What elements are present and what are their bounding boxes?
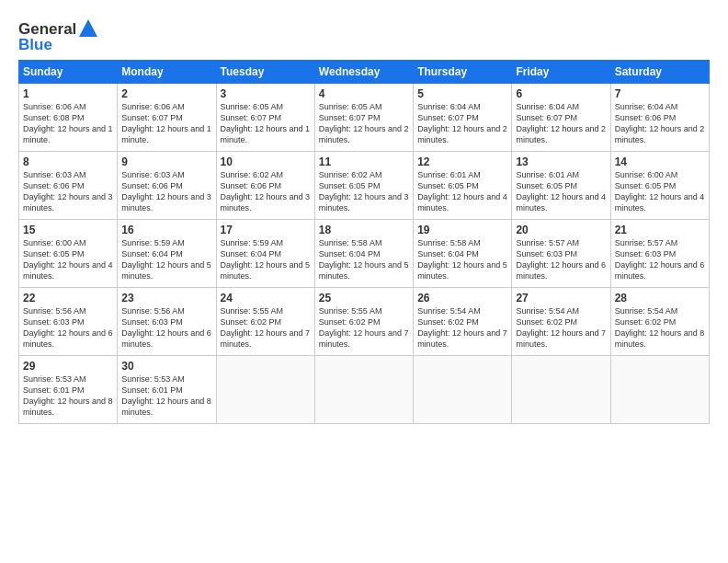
week-row-5: 29Sunrise: 5:53 AMSunset: 6:01 PMDayligh…	[19, 356, 710, 424]
day-info: Sunrise: 6:00 AMSunset: 6:05 PMDaylight:…	[615, 169, 705, 214]
day-number: 19	[417, 224, 507, 236]
day-info: Sunrise: 5:57 AMSunset: 6:03 PMDaylight:…	[516, 237, 606, 282]
day-info: Sunrise: 6:04 AMSunset: 6:07 PMDaylight:…	[417, 101, 507, 146]
day-info: Sunrise: 5:56 AMSunset: 6:03 PMDaylight:…	[23, 305, 113, 350]
day-number: 24	[221, 292, 311, 304]
calendar-cell: 4Sunrise: 6:05 AMSunset: 6:07 PMDaylight…	[314, 84, 413, 152]
day-info: Sunrise: 5:55 AMSunset: 6:02 PMDaylight:…	[319, 305, 409, 350]
day-info: Sunrise: 5:58 AMSunset: 6:04 PMDaylight:…	[319, 237, 409, 282]
day-info: Sunrise: 6:04 AMSunset: 6:06 PMDaylight:…	[615, 101, 705, 146]
calendar-cell: 24Sunrise: 5:55 AMSunset: 6:02 PMDayligh…	[216, 288, 314, 356]
calendar-cell	[512, 356, 610, 424]
day-info: Sunrise: 6:03 AMSunset: 6:06 PMDaylight:…	[23, 169, 113, 214]
calendar-cell: 13Sunrise: 6:01 AMSunset: 6:05 PMDayligh…	[512, 152, 610, 220]
day-number: 26	[417, 292, 507, 304]
calendar-cell: 7Sunrise: 6:04 AMSunset: 6:06 PMDaylight…	[610, 84, 709, 152]
day-info: Sunrise: 6:01 AMSunset: 6:05 PMDaylight:…	[417, 169, 507, 214]
calendar-cell: 25Sunrise: 5:55 AMSunset: 6:02 PMDayligh…	[314, 288, 413, 356]
calendar-cell: 9Sunrise: 6:03 AMSunset: 6:06 PMDaylight…	[118, 152, 216, 220]
header: General Blue	[18, 15, 710, 52]
calendar-cell: 30Sunrise: 5:53 AMSunset: 6:01 PMDayligh…	[118, 356, 216, 424]
day-info: Sunrise: 5:56 AMSunset: 6:03 PMDaylight:…	[121, 305, 211, 350]
day-number: 3	[221, 87, 311, 100]
calendar-cell: 28Sunrise: 5:54 AMSunset: 6:02 PMDayligh…	[610, 288, 709, 356]
calendar-cell: 26Sunrise: 5:54 AMSunset: 6:02 PMDayligh…	[414, 288, 512, 356]
weekday-header-thursday: Thursday	[414, 61, 512, 84]
day-number: 11	[319, 155, 409, 168]
logo: General Blue	[18, 18, 98, 52]
day-info: Sunrise: 5:54 AMSunset: 6:02 PMDaylight:…	[516, 305, 606, 350]
calendar-cell: 12Sunrise: 6:01 AMSunset: 6:05 PMDayligh…	[414, 152, 512, 220]
calendar-cell: 14Sunrise: 6:00 AMSunset: 6:05 PMDayligh…	[610, 152, 709, 220]
day-info: Sunrise: 5:54 AMSunset: 6:02 PMDaylight:…	[615, 305, 705, 350]
day-number: 17	[221, 224, 311, 236]
calendar-cell: 18Sunrise: 5:58 AMSunset: 6:04 PMDayligh…	[314, 220, 413, 288]
day-number: 23	[121, 292, 211, 304]
calendar-cell: 10Sunrise: 6:02 AMSunset: 6:06 PMDayligh…	[216, 152, 314, 220]
day-number: 5	[417, 87, 507, 100]
day-info: Sunrise: 6:06 AMSunset: 6:07 PMDaylight:…	[121, 101, 211, 146]
day-info: Sunrise: 5:53 AMSunset: 6:01 PMDaylight:…	[23, 373, 113, 419]
day-info: Sunrise: 5:59 AMSunset: 6:04 PMDaylight:…	[121, 237, 211, 282]
week-row-4: 22Sunrise: 5:56 AMSunset: 6:03 PMDayligh…	[19, 288, 710, 356]
day-number: 9	[121, 155, 211, 168]
day-info: Sunrise: 6:02 AMSunset: 6:05 PMDaylight:…	[319, 169, 409, 214]
weekday-header-row: SundayMondayTuesdayWednesdayThursdayFrid…	[19, 61, 710, 84]
calendar-table: SundayMondayTuesdayWednesdayThursdayFrid…	[18, 60, 710, 424]
day-info: Sunrise: 5:59 AMSunset: 6:04 PMDaylight:…	[221, 237, 311, 282]
day-number: 28	[615, 292, 705, 304]
weekday-header-friday: Friday	[512, 61, 610, 84]
calendar-cell: 1Sunrise: 6:06 AMSunset: 6:08 PMDaylight…	[19, 84, 118, 152]
calendar-cell: 15Sunrise: 6:00 AMSunset: 6:05 PMDayligh…	[19, 220, 118, 288]
day-info: Sunrise: 5:54 AMSunset: 6:02 PMDaylight:…	[417, 305, 507, 350]
calendar-cell: 6Sunrise: 6:04 AMSunset: 6:07 PMDaylight…	[512, 84, 610, 152]
weekday-header-wednesday: Wednesday	[314, 61, 413, 84]
calendar-cell: 29Sunrise: 5:53 AMSunset: 6:01 PMDayligh…	[19, 356, 118, 424]
day-number: 15	[23, 224, 113, 236]
day-number: 30	[121, 360, 211, 373]
day-number: 8	[23, 155, 113, 168]
day-info: Sunrise: 6:00 AMSunset: 6:05 PMDaylight:…	[23, 237, 113, 282]
day-number: 13	[516, 155, 606, 168]
day-number: 10	[221, 155, 311, 168]
day-number: 21	[615, 224, 705, 236]
calendar-cell	[414, 356, 512, 424]
svg-marker-0	[79, 19, 97, 37]
day-number: 16	[121, 224, 211, 236]
calendar-cell: 16Sunrise: 5:59 AMSunset: 6:04 PMDayligh…	[118, 220, 216, 288]
day-number: 4	[319, 87, 409, 100]
calendar-cell: 5Sunrise: 6:04 AMSunset: 6:07 PMDaylight…	[414, 84, 512, 152]
week-row-3: 15Sunrise: 6:00 AMSunset: 6:05 PMDayligh…	[19, 220, 710, 288]
day-number: 14	[615, 155, 705, 168]
page: General Blue SundayMondayTuesdayWednesda…	[0, 0, 728, 563]
day-info: Sunrise: 5:57 AMSunset: 6:03 PMDaylight:…	[615, 237, 705, 282]
weekday-header-monday: Monday	[118, 61, 216, 84]
day-number: 12	[417, 155, 507, 168]
day-number: 29	[23, 360, 113, 373]
logo-blue: Blue	[18, 37, 98, 52]
day-info: Sunrise: 5:58 AMSunset: 6:04 PMDaylight:…	[417, 237, 507, 282]
day-info: Sunrise: 5:53 AMSunset: 6:01 PMDaylight:…	[121, 373, 211, 419]
day-number: 22	[23, 292, 113, 304]
calendar-cell: 19Sunrise: 5:58 AMSunset: 6:04 PMDayligh…	[414, 220, 512, 288]
day-number: 25	[319, 292, 409, 304]
day-number: 7	[615, 87, 705, 100]
week-row-1: 1Sunrise: 6:06 AMSunset: 6:08 PMDaylight…	[19, 84, 710, 152]
calendar-cell: 11Sunrise: 6:02 AMSunset: 6:05 PMDayligh…	[314, 152, 413, 220]
day-info: Sunrise: 6:01 AMSunset: 6:05 PMDaylight:…	[516, 169, 606, 214]
logo-triangle-icon	[78, 18, 98, 39]
day-number: 27	[516, 292, 606, 304]
day-info: Sunrise: 6:04 AMSunset: 6:07 PMDaylight:…	[516, 101, 606, 146]
calendar-cell	[216, 356, 314, 424]
day-number: 18	[319, 224, 409, 236]
day-info: Sunrise: 5:55 AMSunset: 6:02 PMDaylight:…	[221, 305, 311, 350]
weekday-header-saturday: Saturday	[610, 61, 709, 84]
day-info: Sunrise: 6:05 AMSunset: 6:07 PMDaylight:…	[221, 101, 311, 146]
calendar-cell: 2Sunrise: 6:06 AMSunset: 6:07 PMDaylight…	[118, 84, 216, 152]
calendar-cell: 22Sunrise: 5:56 AMSunset: 6:03 PMDayligh…	[19, 288, 118, 356]
day-number: 6	[516, 87, 606, 100]
day-info: Sunrise: 6:06 AMSunset: 6:08 PMDaylight:…	[23, 101, 113, 146]
weekday-header-tuesday: Tuesday	[216, 61, 314, 84]
week-row-2: 8Sunrise: 6:03 AMSunset: 6:06 PMDaylight…	[19, 152, 710, 220]
logo-general: General	[18, 21, 76, 37]
